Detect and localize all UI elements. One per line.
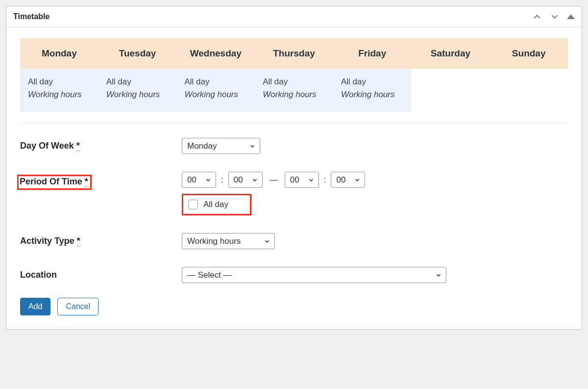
timetable-col-monday: Monday All day Working hours [20,38,98,112]
highlight-period-label: Period Of Time * [17,175,92,190]
row-day-of-week: Day Of Week * Monday [20,138,568,154]
day-header: Tuesday [98,38,177,69]
move-up-icon[interactable] [532,11,542,22]
day-cell[interactable]: All day Working hours [176,69,255,112]
day-header: Friday [333,38,412,69]
time-range: 00 : 00 — 00 : 00 [182,172,568,188]
activity-type-select[interactable]: Working hours [182,233,275,249]
panel-title: Timetable [13,12,49,21]
time-dash: — [267,175,281,185]
from-hour-select[interactable]: 00 [182,172,216,188]
day-of-week-select[interactable]: Monday [182,138,260,154]
collapse-icon[interactable] [567,14,575,19]
label-period-of-time: Period Of Time * [20,172,182,190]
row-period-of-time: Period Of Time * 00 : 00 — 00 : 00 All d… [20,172,568,215]
cell-line2: Working hours [106,88,169,101]
row-activity-type: Activity Type * Working hours [20,233,568,249]
cell-line1: All day [184,76,247,88]
cell-line1: All day [341,76,404,88]
time-colon: : [220,175,224,185]
day-header: Monday [20,38,98,69]
highlight-allday: All day [182,194,251,215]
add-button[interactable]: Add [20,298,50,315]
panel-header: Timetable [6,6,582,27]
day-cell[interactable]: All day Working hours [255,69,333,112]
timetable-panel: Timetable Monday All day Working hours T… [6,6,582,330]
to-hour-select[interactable]: 00 [285,172,319,188]
from-minute-select[interactable]: 00 [228,172,263,188]
cell-line1: All day [28,76,91,88]
cell-line1: All day [263,76,325,88]
panel-header-controls [532,11,575,22]
label-day-of-week: Day Of Week * [20,138,182,151]
time-colon: : [323,175,327,185]
cell-line2: Working hours [184,88,247,101]
cell-line2: Working hours [28,88,91,101]
panel-body: Monday All day Working hours Tuesday All… [6,27,582,329]
timetable-col-thursday: Thursday All day Working hours [255,38,333,112]
timetable-col-wednesday: Wednesday All day Working hours [176,38,255,112]
field-period-of-time: 00 : 00 — 00 : 00 All day [182,172,568,215]
day-cell[interactable]: All day Working hours [333,69,412,112]
all-day-label: All day [203,200,228,209]
field-activity-type: Working hours [182,233,568,249]
button-row: Add Cancel [20,298,568,315]
day-header: Sunday [490,38,568,69]
field-location: — Select — [182,267,568,283]
timetable-grid: Monday All day Working hours Tuesday All… [20,38,568,123]
day-header: Thursday [255,38,333,69]
cell-line2: Working hours [263,88,325,101]
day-header: Saturday [412,38,490,69]
timetable-col-tuesday: Tuesday All day Working hours [98,38,177,112]
day-cell[interactable]: All day Working hours [98,69,177,112]
cell-line1: All day [106,76,169,88]
cell-line2: Working hours [341,88,404,101]
day-header: Wednesday [176,38,255,69]
day-cell-empty[interactable] [490,69,568,112]
timetable-col-friday: Friday All day Working hours [333,38,412,112]
row-location: Location — Select — [20,267,568,283]
move-down-icon[interactable] [549,11,560,22]
label-activity-type: Activity Type * [20,233,182,246]
to-minute-select[interactable]: 00 [331,172,365,188]
location-select[interactable]: — Select — [182,267,446,283]
day-cell[interactable]: All day Working hours [20,69,98,112]
all-day-checkbox[interactable] [188,200,198,209]
timetable-col-sunday: Sunday [490,38,568,112]
label-location: Location [20,267,182,280]
field-day-of-week: Monday [182,138,568,154]
timetable-col-saturday: Saturday [412,38,490,112]
day-cell-empty[interactable] [412,69,490,112]
cancel-button[interactable]: Cancel [57,298,98,315]
